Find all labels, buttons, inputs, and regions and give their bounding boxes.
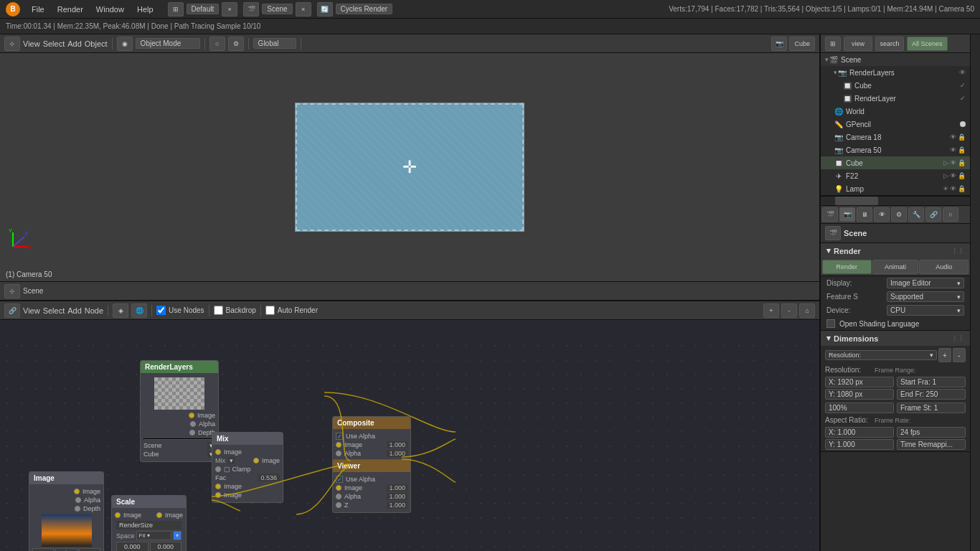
tree-cube[interactable]: 🔲 Cube ▷ 👁 🔒 — [821, 156, 970, 169]
tree-gpencil[interactable]: ✏️ GPencil — [821, 118, 970, 131]
prop-constraints-icon[interactable]: 🔗 — [925, 207, 941, 222]
feature-set-label: Feature S — [826, 293, 884, 301]
node-mix[interactable]: Mix Image Mix▾Image ▢ Clamp Fac0.536 Ima… — [212, 432, 283, 503]
render-section-header[interactable]: ▾ Render ⋮⋮ — [821, 243, 970, 258]
tree-f22[interactable]: ✈ F22 ▷ 👁 🔒 — [821, 169, 970, 182]
workspace-close[interactable]: × — [222, 2, 237, 17]
prop-view-icon[interactable]: 👁 — [874, 207, 890, 222]
node-type-icon[interactable]: ◈ — [113, 303, 128, 318]
search-button[interactable]: search — [875, 37, 904, 51]
end-fra[interactable]: End Fr: 250 — [897, 389, 966, 400]
prop-scene-icon[interactable]: 🎬 — [822, 207, 838, 222]
asp-x[interactable]: X: 1.000 — [825, 427, 894, 438]
tree-f22-label: F22 — [846, 172, 858, 180]
tree-camera18[interactable]: 📷 Camera 18 👁 🔒 — [821, 131, 970, 143]
frame-range-label: Frame Range: — [875, 367, 916, 374]
node-image[interactable]: Image Image Alpha Depth ▶ ⟳ ↙ SingleImag… — [29, 471, 104, 551]
dimensions-header[interactable]: ▾ Dimensions ⋮⋮ — [821, 331, 970, 346]
all-scenes-button[interactable]: All Scenes — [907, 37, 948, 51]
res-x[interactable]: X: 1920 px — [825, 377, 894, 387]
workspace-name[interactable]: Default — [187, 4, 220, 14]
prop-render-icon[interactable]: 📷 — [839, 207, 855, 222]
home-icon[interactable]: ⌂ — [799, 303, 815, 318]
prop-particle-icon[interactable]: ⚙ — [891, 207, 907, 222]
viewport-content[interactable]: ✛ X Y Z (1) Camera 50 — [0, 53, 819, 281]
tree-scrollbar[interactable] — [821, 196, 970, 206]
render-tab-render[interactable]: Render — [822, 260, 872, 274]
view-button[interactable]: view — [844, 37, 872, 51]
scene-name[interactable]: Scene — [262, 4, 292, 14]
menu-window[interactable]: Window — [90, 4, 130, 15]
render-engine[interactable]: Cycles Render — [336, 4, 393, 14]
auto-render-label: Auto Render — [278, 306, 318, 314]
use-nodes-checkbox[interactable] — [156, 306, 166, 315]
feature-set-value[interactable]: Supported ▾ — [887, 291, 964, 302]
tree-renderlayer[interactable]: 🔲 RenderLayer ✓ — [821, 92, 970, 105]
main-area: ⊹ View Select Add Object ◉ Object Mode ○… — [0, 34, 980, 551]
backdrop-label: Backdrop — [226, 306, 256, 314]
viewport-mode-icon[interactable]: ⊹ — [4, 37, 20, 51]
node-editor[interactable]: 🔗 View Select Add Node ◈ 🌐 Use Nodes Bac… — [0, 301, 819, 551]
right-scrollbar[interactable] — [970, 34, 980, 551]
pivot-select[interactable]: Global — [253, 38, 296, 49]
render-presets[interactable]: Resolution: ▾ — [825, 350, 937, 360]
fps[interactable]: 24 fps — [897, 427, 966, 438]
node-view-menu[interactable]: View — [23, 306, 40, 315]
node-canvas[interactable]: RenderLayers Image Alpha Depth Scene▾ Cu… — [0, 339, 819, 551]
node-scale[interactable]: Scale ImageImage RenderSize Space Fit ▾ … — [111, 495, 187, 551]
zoom-out-icon[interactable]: - — [781, 303, 797, 318]
render-collapse-icon: ▾ — [826, 246, 831, 255]
viewport-select-menu[interactable]: Select — [43, 39, 65, 48]
tree-camera50[interactable]: 📷 Camera 50 👁 🔒 — [821, 143, 970, 156]
prop-object-icon[interactable]: ○ — [943, 207, 958, 222]
scene-close[interactable]: × — [296, 2, 311, 17]
node-select-menu[interactable]: Select — [43, 306, 65, 315]
presets-remove[interactable]: - — [953, 348, 966, 362]
auto-render-checkbox[interactable] — [265, 306, 275, 315]
start-fra[interactable]: Start Fra: 1 — [897, 377, 966, 387]
menu-render[interactable]: Render — [52, 4, 89, 15]
zoom-in-icon[interactable]: + — [763, 303, 779, 318]
render-tab-audio[interactable]: Audio — [919, 260, 969, 274]
node-viewer[interactable]: Viewer ✓Use Alpha Image1.000 Alpha1.000 … — [332, 459, 411, 513]
frame-st[interactable]: Frame St: 1 — [897, 402, 966, 413]
tree-world[interactable]: 🌐 World — [821, 105, 970, 118]
dimensions-section: ▾ Dimensions ⋮⋮ Resolution: ▾ + - Resolu… — [821, 331, 970, 452]
viewport-view-menu[interactable]: View — [23, 39, 40, 48]
res-pct[interactable]: 100% — [825, 402, 894, 413]
render-icon[interactable]: ⚙ — [228, 37, 244, 51]
svg-text:X: X — [27, 245, 32, 251]
prop-output-icon[interactable]: 🖥 — [857, 207, 872, 222]
asp-y[interactable]: Y: 1.000 — [825, 439, 894, 450]
res-y[interactable]: Y: 1080 px — [825, 389, 894, 400]
prop-scene-btn: 🎬 — [825, 226, 841, 240]
node-material-icon[interactable]: 🌐 — [131, 303, 147, 318]
node-toolbar: 🔗 View Select Add Node ◈ 🌐 Use Nodes Bac… — [0, 301, 819, 320]
node-render-layers[interactable]: RenderLayers Image Alpha Depth Scene▾ Cu… — [140, 360, 219, 462]
device-value[interactable]: CPU ▾ — [887, 305, 964, 316]
menu-file[interactable]: File — [26, 4, 50, 15]
node-add-menu[interactable]: Add — [67, 306, 82, 315]
viewport-camera[interactable]: 📷 — [771, 37, 787, 51]
blender-logo[interactable]: B — [6, 2, 20, 17]
tree-cube-rl[interactable]: 🔲 Cube ✓ — [821, 79, 970, 92]
prop-physics-icon[interactable]: 🔧 — [908, 207, 924, 222]
object-mode-select[interactable]: Object Mode — [136, 38, 200, 49]
node-node-menu[interactable]: Node — [85, 306, 103, 315]
viewport-add-menu[interactable]: Add — [67, 39, 82, 48]
camera-label: (1) Camera 50 — [6, 270, 52, 278]
tree-renderlayers[interactable]: ▾ 📷 RenderLayers 👁 — [821, 66, 970, 79]
backdrop-checkbox[interactable] — [214, 306, 223, 315]
menu-help[interactable]: Help — [131, 4, 159, 15]
tree-scene-root[interactable]: ▾ 🎬 Scene — [821, 53, 970, 66]
tree-lamp[interactable]: 💡 Lamp ☀ 👁 🔒 — [821, 182, 970, 195]
viewport-object-menu[interactable]: Object — [85, 39, 108, 48]
display-value[interactable]: Image Editor ▾ — [887, 278, 964, 288]
view-shading-icon[interactable]: ○ — [209, 37, 225, 51]
node-mix-header: Mix — [212, 433, 283, 445]
render-tab-animati[interactable]: Animati — [872, 260, 919, 274]
time-remapping[interactable]: Time Remappi... — [897, 439, 966, 450]
right-panel-icon[interactable]: ⊞ — [825, 37, 841, 51]
open-shading-checkbox[interactable] — [826, 319, 835, 328]
presets-add[interactable]: + — [938, 348, 951, 362]
